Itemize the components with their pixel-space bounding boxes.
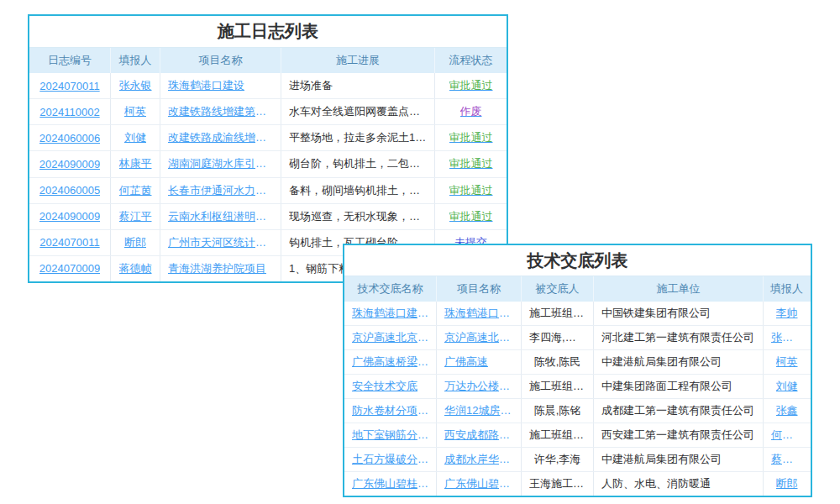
- project-link[interactable]: 广东佛山碧桂园项目: [437, 472, 522, 496]
- col-header-unit: 施工单位: [594, 276, 764, 302]
- project-link[interactable]: 青海洪湖养护院项目: [160, 256, 281, 281]
- table-row: 珠海鹤港口建设抗浮... 珠海鹤港口建设 施工班组带班... 中国铁建集团有限公…: [344, 302, 811, 326]
- progress-value: 水车对全线遮阳网覆盖点进行...: [289, 104, 427, 119]
- disclosure-name-text: 广佛高速桥梁承台施...: [352, 354, 428, 370]
- table-row: 地下室钢筋分项工程... 西安成都路龙湖上... 施工班组带班... 西安建工第…: [344, 423, 811, 448]
- project-link[interactable]: 珠海鹤港口建设: [437, 302, 522, 325]
- col-header-log-id: 日志编号: [29, 48, 111, 73]
- reporter-text: 刘健: [124, 130, 146, 145]
- disclosure-name-link[interactable]: 广佛高速桥梁承台施...: [344, 350, 437, 374]
- disclosure-name-link[interactable]: 防水卷材分项工程施...: [344, 399, 437, 423]
- recipient-value: 李四海,陈浩: [529, 330, 585, 345]
- status-link[interactable]: 审批通过: [435, 73, 507, 98]
- disclosure-name-link[interactable]: 土石方爆破分项工程...: [344, 448, 437, 471]
- recipient-text: 施工班组带班...: [522, 423, 594, 447]
- reporter-text: 断郎: [124, 235, 146, 250]
- disclosure-name-link[interactable]: 京沪高速北京段维修...: [344, 326, 437, 349]
- recipient-value: 陈晨,陈铭: [534, 403, 581, 418]
- table-row: 2024090009 蔡江平 云南水利枢纽潜明水库一... 现场巡查，无积水现象…: [29, 204, 507, 230]
- status-link[interactable]: 审批通过: [435, 204, 507, 229]
- table-row: 广东佛山碧桂园项目... 广东佛山碧桂园项目 王海施工队全队 人防、水电、消防暖…: [344, 472, 811, 496]
- project-link[interactable]: 云南水利枢纽潜明水库一...: [160, 204, 281, 229]
- disclosure-name-link[interactable]: 安全技术交底: [344, 375, 437, 398]
- status-link[interactable]: 审批通过: [435, 178, 507, 203]
- disclosure-name-link[interactable]: 广东佛山碧桂园项目...: [344, 472, 437, 496]
- project-link[interactable]: 湖南洞庭湖水库引水工程...: [160, 151, 281, 176]
- log-id-link[interactable]: 2024110002: [29, 99, 111, 124]
- recipient-value: 王海施工队全队: [529, 476, 585, 491]
- reporter-link[interactable]: 何芷茵: [764, 423, 810, 447]
- project-text: 万达办公楼左侧A...: [444, 379, 513, 394]
- project-link[interactable]: 改建铁路成渝线增建第二...: [160, 125, 281, 150]
- reporter-link[interactable]: 柯英: [764, 350, 810, 374]
- reporter-link[interactable]: 张鑫: [764, 399, 810, 423]
- reporter-link[interactable]: 张永银: [764, 326, 810, 349]
- reporter-text: 蔡江平: [771, 452, 802, 467]
- table-row: 土石方爆破分项工程... 成都水岸华庭名苑... 许华,李海 中建港航局集团有限…: [344, 448, 811, 472]
- reporter-link[interactable]: 张永银: [111, 73, 160, 98]
- col-header-progress: 施工进展: [281, 48, 435, 73]
- log-id-text: 2024090009: [39, 210, 100, 223]
- log-id-link[interactable]: 2024070011: [29, 230, 111, 255]
- log-id-link[interactable]: 2024090009: [29, 204, 111, 229]
- status-link[interactable]: 审批通过: [435, 151, 507, 176]
- project-text: 改建铁路成渝线增建第二...: [168, 130, 273, 145]
- disclosure-name-link[interactable]: 地下室钢筋分项工程...: [344, 423, 437, 447]
- reporter-link[interactable]: 林康平: [111, 151, 160, 176]
- table-row: 安全技术交底 万达办公楼左侧A... 施工班组带班... 中建集团路面工程有限公…: [344, 375, 811, 399]
- unit-text: 成都建工第一建筑有限责任公司: [594, 399, 764, 423]
- progress-value: 砌台阶，钩机排土，二包砌间...: [289, 156, 427, 171]
- reporter-link[interactable]: 蔡江平: [764, 448, 810, 471]
- disclosure-name-link[interactable]: 珠海鹤港口建设抗浮...: [344, 302, 437, 325]
- project-link[interactable]: 长春市伊通河水力发电厂...: [160, 178, 281, 203]
- reporter-link[interactable]: 蒋德帧: [111, 256, 160, 281]
- log-id-link[interactable]: 2024070009: [29, 256, 111, 281]
- reporter-link[interactable]: 断郎: [764, 472, 810, 496]
- project-text: 珠海鹤港口建设: [444, 306, 513, 321]
- reporter-link[interactable]: 刘健: [764, 375, 810, 398]
- reporter-text: 蔡江平: [119, 209, 152, 224]
- unit-text: 中国铁建集团有限公司: [594, 302, 764, 325]
- log-id-link[interactable]: 2024090009: [29, 151, 111, 176]
- project-text: 云南水利枢纽潜明水库一...: [168, 209, 273, 224]
- project-text: 长春市伊通河水力发电厂...: [168, 183, 273, 198]
- reporter-link[interactable]: 李帅: [764, 302, 810, 325]
- project-link[interactable]: 广佛高速: [437, 350, 522, 374]
- reporter-link[interactable]: 何芷茵: [111, 178, 160, 203]
- project-link[interactable]: 珠海鹤港口建设: [160, 73, 281, 98]
- progress-value: 备料，砌间墙钩机排土，瓦工...: [289, 183, 427, 198]
- reporter-link[interactable]: 蔡江平: [111, 204, 160, 229]
- project-text: 广东佛山碧桂园项目: [444, 476, 513, 491]
- project-link[interactable]: 万达办公楼左侧A...: [437, 375, 522, 398]
- project-link[interactable]: 京沪高速北京段维修: [437, 326, 522, 349]
- project-link[interactable]: 西安成都路龙湖上...: [437, 423, 522, 447]
- progress-text: 平整场地，拉走多余泥土15辆...: [281, 125, 435, 150]
- recipient-text: 王海施工队全队: [522, 472, 594, 496]
- progress-text: 水车对全线遮阳网覆盖点进行...: [281, 99, 435, 124]
- disclosure-name-text: 防水卷材分项工程施...: [352, 403, 428, 418]
- status-text: 审批通过: [449, 156, 493, 171]
- reporter-link[interactable]: 柯英: [111, 99, 160, 124]
- project-link[interactable]: 广州市天河区统计局机房...: [160, 230, 281, 255]
- log-id-link[interactable]: 2024060005: [29, 178, 111, 203]
- status-link[interactable]: 作废: [435, 99, 507, 124]
- log-id-link[interactable]: 2024060006: [29, 125, 111, 150]
- log-id-link[interactable]: 2024070011: [29, 73, 111, 98]
- project-link[interactable]: 改建铁路线增建第二线直...: [160, 99, 281, 124]
- col-header-status: 流程状态: [435, 48, 507, 73]
- status-link[interactable]: 审批通过: [435, 125, 507, 150]
- progress-text: 进场准备: [281, 73, 435, 98]
- reporter-text: 蒋德帧: [119, 261, 152, 276]
- reporter-link[interactable]: 刘健: [111, 125, 160, 150]
- table-row: 2024070011 张永银 珠海鹤港口建设 进场准备 审批通过: [29, 73, 507, 99]
- col-header-project-name: 项目名称: [160, 48, 281, 73]
- tech-disclosure-title: 技术交底列表: [344, 245, 811, 276]
- reporter-text: 张鑫: [776, 403, 798, 418]
- reporter-link[interactable]: 断郎: [111, 230, 160, 255]
- recipient-text: 李四海,陈浩: [522, 326, 594, 349]
- project-link[interactable]: 成都水岸华庭名苑...: [437, 448, 522, 471]
- reporter-text: 张永银: [119, 78, 152, 93]
- status-text: 审批通过: [449, 209, 493, 224]
- unit-value: 中国铁建集团有限公司: [601, 306, 711, 321]
- project-link[interactable]: 华润12城房建工...: [437, 399, 522, 423]
